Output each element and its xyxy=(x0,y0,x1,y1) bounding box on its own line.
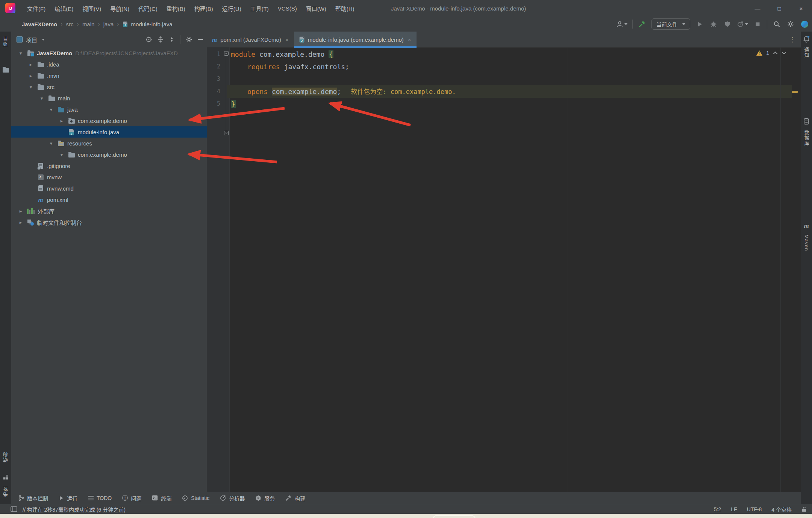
tree-item-scratches[interactable]: ▸ 临时文件和控制台 xyxy=(11,217,207,228)
chevron-right-icon[interactable]: ▸ xyxy=(27,62,34,67)
menu-tools[interactable]: 工具(T) xyxy=(247,3,273,14)
breadcrumb-java[interactable]: java xyxy=(103,21,114,27)
indent-size[interactable]: 4 个空格 xyxy=(771,506,792,513)
breadcrumb-file[interactable]: module-info.java xyxy=(131,21,173,27)
tool-window-button-problems[interactable]: ! 问题 xyxy=(122,494,141,502)
ide-assistant-button[interactable] xyxy=(800,19,809,29)
structure-icon[interactable] xyxy=(0,474,11,480)
tree-item-idea[interactable]: ▸ .idea xyxy=(11,59,207,70)
chevron-down-icon[interactable]: ▾ xyxy=(38,95,45,101)
close-icon[interactable]: × xyxy=(408,36,411,43)
search-everywhere-button[interactable] xyxy=(772,19,781,29)
warning-stripe-mark[interactable] xyxy=(792,91,798,93)
chevron-right-icon[interactable]: ▸ xyxy=(17,220,24,225)
tree-item-main[interactable]: ▾ main xyxy=(11,92,207,104)
chevron-up-icon[interactable] xyxy=(773,51,778,55)
tab-options-icon[interactable]: ⋮ xyxy=(789,32,795,47)
tree-item-package-java[interactable]: ▸ com.example.demo xyxy=(11,115,207,126)
stop-button[interactable] xyxy=(753,19,762,29)
chevron-down-icon[interactable]: ▾ xyxy=(58,152,65,158)
close-icon[interactable]: × xyxy=(285,36,289,43)
tool-window-button-folder[interactable] xyxy=(0,67,11,73)
maximize-button[interactable]: □ xyxy=(768,0,790,17)
build-hammer-button[interactable] xyxy=(638,19,647,29)
gear-icon[interactable] xyxy=(186,36,192,43)
chevron-down-icon[interactable]: ▾ xyxy=(17,50,24,56)
tree-item-package-resources[interactable]: ▾ com.example.demo xyxy=(11,149,207,160)
menu-help[interactable]: 帮助(H) xyxy=(332,3,358,14)
chevron-down-icon[interactable] xyxy=(42,39,45,41)
coverage-button[interactable] xyxy=(723,19,732,29)
menu-edit[interactable]: 编辑(E) xyxy=(51,3,77,14)
file-encoding[interactable]: UTF-8 xyxy=(747,506,762,512)
chevron-right-icon[interactable]: ▸ xyxy=(27,73,34,79)
menu-file[interactable]: 文件(F) xyxy=(23,3,49,14)
status-message[interactable]: // 构建在 2秒87毫秒内成功完成 (6 分钟之前) xyxy=(23,504,126,514)
tree-item-external-libraries[interactable]: ▸ 外部库 xyxy=(11,205,207,217)
tree-item-src[interactable]: ▾ src xyxy=(11,81,207,92)
line-separator[interactable]: LF xyxy=(731,506,737,512)
tree-item-mvn[interactable]: ▸ .mvn xyxy=(11,70,207,81)
tool-window-button-database[interactable]: 数据库 xyxy=(801,130,812,146)
tree-item-pom[interactable]: m pom.xml xyxy=(11,194,207,205)
tool-window-button-version-control[interactable]: 版本控制 xyxy=(18,494,48,502)
tree-item-mvnw-cmd[interactable]: mvnw.cmd xyxy=(11,183,207,194)
maven-icon[interactable]: m xyxy=(801,223,812,229)
minimize-button[interactable]: — xyxy=(747,0,768,17)
user-account-button[interactable] xyxy=(616,19,627,29)
tab-module-info[interactable]: module-info.java (com.example.demo) × xyxy=(294,32,417,47)
tool-window-button-maven[interactable]: Maven xyxy=(801,235,812,251)
editor-area[interactable]: m pom.xml (JavaFXDemo) × module-info.jav… xyxy=(207,32,801,492)
menu-view[interactable]: 视图(V) xyxy=(79,3,105,14)
menu-run[interactable]: 运行(U) xyxy=(218,3,245,14)
inspections-widget[interactable]: 1 xyxy=(756,50,786,56)
project-panel-title[interactable]: 项目 xyxy=(26,36,37,44)
menu-window[interactable]: 窗口(W) xyxy=(302,3,330,14)
tool-window-button-structure[interactable]: 结构 xyxy=(0,452,11,462)
tool-window-button-build[interactable]: 构建 xyxy=(285,494,305,502)
notifications-icon[interactable] xyxy=(801,35,812,42)
expand-all-icon[interactable] xyxy=(158,36,164,43)
tool-window-button-notifications[interactable]: 通知 xyxy=(801,47,812,58)
locate-file-icon[interactable] xyxy=(145,36,152,43)
fold-marker[interactable] xyxy=(224,51,229,56)
tree-item-module-info[interactable]: module-info.java xyxy=(11,126,207,138)
tool-window-button-project[interactable]: 项目 xyxy=(0,36,11,47)
database-icon[interactable] xyxy=(801,118,812,125)
chevron-down-icon[interactable] xyxy=(782,51,786,55)
hide-panel-icon[interactable] xyxy=(198,39,203,40)
chevron-down-icon[interactable]: ▾ xyxy=(48,107,55,112)
chevron-right-icon[interactable]: ▸ xyxy=(17,208,24,214)
tool-window-button-statistic[interactable]: Statistic xyxy=(182,495,209,501)
debug-button[interactable] xyxy=(709,19,718,29)
tool-window-button-profiler[interactable]: 分析器 xyxy=(220,494,245,502)
run-configuration-select[interactable]: 当前文件 xyxy=(651,18,690,30)
close-button[interactable]: × xyxy=(790,0,812,17)
menu-code[interactable]: 代码(C) xyxy=(135,3,161,14)
menu-navigate[interactable]: 导航(N) xyxy=(106,3,133,14)
tool-window-button-services[interactable]: 服务 xyxy=(255,494,275,502)
chevron-down-icon[interactable]: ▾ xyxy=(27,84,34,90)
tree-item-gitignore[interactable]: .gitignore xyxy=(11,160,207,171)
tree-item-java[interactable]: ▾ java xyxy=(11,104,207,115)
chevron-right-icon[interactable]: ▸ xyxy=(58,118,65,124)
tree-item-resources[interactable]: ▾ resources xyxy=(11,138,207,149)
profiler-button[interactable] xyxy=(737,19,748,29)
breadcrumb-project[interactable]: JavaFXDemo xyxy=(22,21,57,27)
caret-position[interactable]: 5:2 xyxy=(714,506,721,512)
tool-window-button-terminal[interactable]: 终端 xyxy=(152,494,171,502)
tree-item-mvnw[interactable]: mvnw xyxy=(11,171,207,183)
tree-item-project-root[interactable]: ▾ JavaFXDemo D:\IDEAProjects\JCNCProject… xyxy=(11,47,207,59)
unlock-icon[interactable] xyxy=(801,506,807,512)
tab-pom-xml[interactable]: m pom.xml (JavaFXDemo) × xyxy=(207,32,294,47)
fold-marker[interactable] xyxy=(224,131,229,135)
settings-button[interactable] xyxy=(786,19,795,29)
breadcrumb-main[interactable]: main xyxy=(82,21,95,27)
layout-icon[interactable] xyxy=(11,506,17,512)
tool-window-button-bookmarks[interactable]: 书签 xyxy=(0,486,11,497)
tool-window-button-todo[interactable]: TODO xyxy=(88,495,112,501)
menu-refactor[interactable]: 重构(B) xyxy=(163,3,189,14)
run-button[interactable] xyxy=(695,19,704,29)
tool-window-button-run[interactable]: 运行 xyxy=(59,494,77,502)
breadcrumb-src[interactable]: src xyxy=(66,21,74,27)
